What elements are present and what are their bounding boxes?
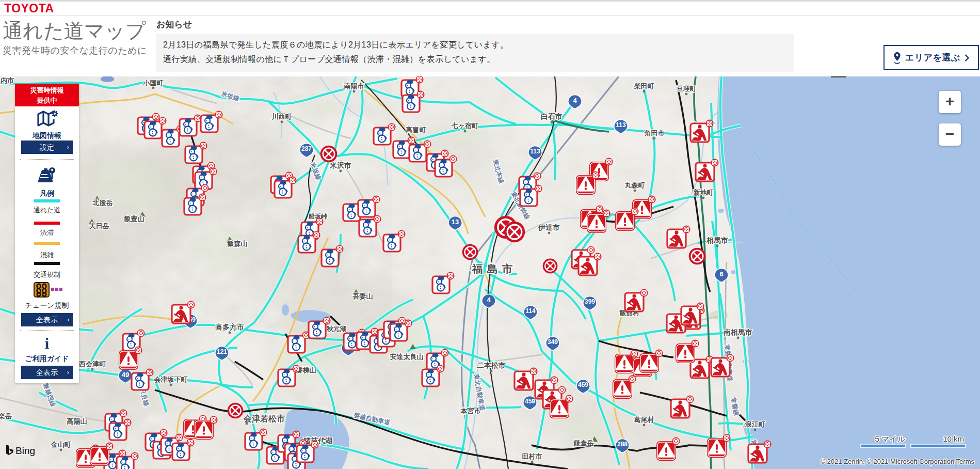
svg-text:4: 4: [487, 296, 491, 304]
svg-text:114: 114: [525, 307, 536, 315]
svg-text:南相馬市: 南相馬市: [723, 328, 752, 336]
svg-text:丸森町: 丸森町: [624, 181, 645, 189]
svg-text:113: 113: [530, 148, 540, 155]
svg-text:秋元湖: 秋元湖: [326, 325, 347, 333]
svg-text:白石市: 白石市: [541, 112, 563, 120]
svg-text:6: 6: [719, 270, 723, 278]
svg-text:高陽山: 高陽山: [67, 417, 87, 425]
svg-text:西会津町: 西会津町: [78, 360, 106, 368]
svg-text:459: 459: [578, 381, 588, 388]
svg-text:福島市: 福島市: [472, 263, 517, 275]
svg-text:288: 288: [617, 441, 628, 448]
svg-text:二本松市: 二本松市: [477, 361, 506, 369]
svg-text:亘理町: 亘理町: [677, 85, 697, 92]
svg-text:飯豊山: 飯豊山: [124, 215, 144, 223]
svg-text:349: 349: [548, 338, 558, 346]
svg-text:大日岳: 大日岳: [89, 222, 109, 230]
svg-text:田村市: 田村市: [522, 452, 542, 460]
svg-text:10 km: 10 km: [943, 434, 964, 443]
svg-text:会津坂下町: 会津坂下町: [154, 376, 188, 383]
svg-text:川西町: 川西町: [271, 113, 292, 120]
svg-text:相馬市: 相馬市: [706, 236, 728, 244]
svg-text:459: 459: [525, 398, 535, 405]
svg-text:Bing: Bing: [15, 445, 35, 456]
svg-text:角田市: 角田市: [644, 129, 665, 137]
svg-text:喜多方市: 喜多方市: [215, 323, 244, 331]
svg-text:399: 399: [585, 298, 595, 305]
svg-text:本宮市: 本宮市: [460, 407, 481, 415]
svg-text:49: 49: [122, 371, 129, 379]
svg-text:七ヶ宿町: 七ヶ宿町: [451, 122, 478, 130]
svg-text:柴田町: 柴田町: [634, 82, 654, 90]
svg-text:小国町: 小国町: [143, 79, 164, 87]
svg-text:米沢市: 米沢市: [329, 161, 351, 169]
svg-text:鎌倉岳: 鎌倉岳: [573, 439, 594, 447]
svg-text:5 マイル: 5 マイル: [875, 434, 905, 443]
svg-text:飯森山: 飯森山: [227, 240, 248, 247]
svg-text:葛尾村: 葛尾村: [634, 416, 654, 424]
svg-text:4: 4: [573, 97, 577, 104]
svg-text:新地町: 新地町: [693, 189, 714, 196]
svg-text:安達太良山: 安達太良山: [390, 353, 424, 361]
svg-text:吾妻山: 吾妻山: [352, 292, 373, 300]
svg-text:内市: 内市: [1, 76, 14, 84]
svg-text:会津若松市: 会津若松市: [243, 414, 285, 423]
svg-text:113: 113: [616, 121, 626, 129]
svg-text:南陽市: 南陽市: [344, 82, 364, 90]
svg-text:金山町: 金山町: [51, 441, 71, 448]
svg-text:121: 121: [217, 348, 227, 355]
svg-text:浪江町: 浪江町: [745, 420, 765, 428]
svg-text:© 2021 Zenrin, © 2021 Microsof: © 2021 Zenrin, © 2021 Microsoft Corporat…: [820, 458, 974, 465]
svg-text:13: 13: [452, 218, 459, 226]
svg-text:北股岳: 北股岳: [92, 199, 113, 207]
svg-text:楽岳: 楽岳: [0, 412, 12, 420]
svg-text:伊達市: 伊達市: [538, 223, 560, 231]
svg-text:高畠町: 高畠町: [406, 126, 426, 134]
svg-text:287: 287: [301, 145, 312, 152]
